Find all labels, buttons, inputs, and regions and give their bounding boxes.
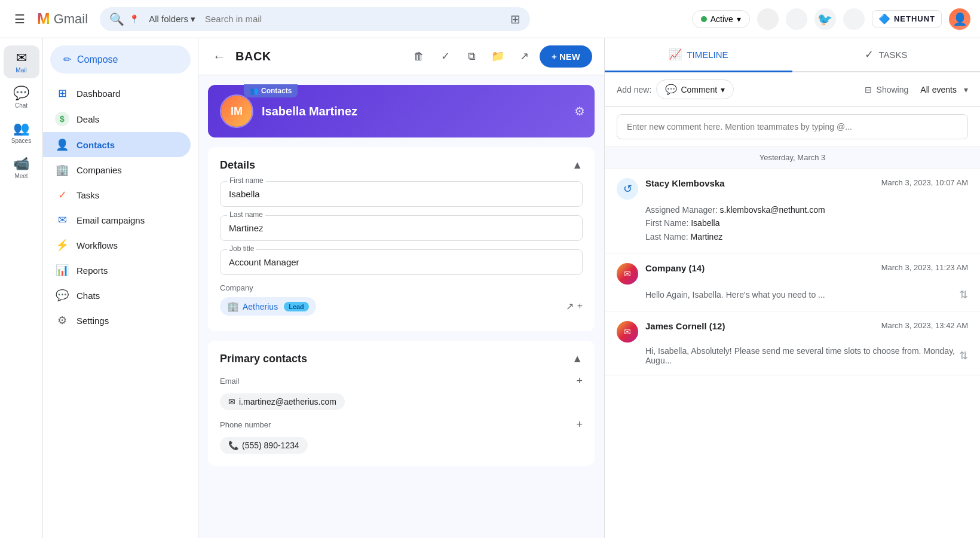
contacts-collapse-icon[interactable]: ▲	[572, 353, 583, 365]
copy-button[interactable]: ⧉	[461, 45, 482, 67]
event-3-avatar-icon: ✉	[624, 327, 631, 337]
sidebar-item-spaces[interactable]: 👥 Spaces	[4, 116, 39, 149]
sidebar-item-email-campaigns[interactable]: ✉ Email campaigns	[43, 207, 191, 233]
last-name-field: Last name	[220, 215, 583, 241]
sidebar-item-companies[interactable]: 🏢 Companies	[43, 157, 191, 182]
event-2-time: March 3, 2023, 11:23 AM	[881, 263, 968, 272]
deals-icon: $	[55, 112, 69, 126]
delete-button[interactable]: 🗑	[408, 45, 430, 67]
job-title-input[interactable]	[220, 249, 583, 275]
company-external-link-icon[interactable]: ↗	[566, 301, 574, 312]
folder-selector[interactable]: All folders ▾	[144, 14, 200, 25]
sidebar-item-settings[interactable]: ⚙ Settings	[43, 308, 191, 333]
status-dot-icon	[701, 16, 707, 22]
last-name-input[interactable]	[220, 215, 583, 241]
sidebar-item-contacts[interactable]: 👤 Contacts	[43, 132, 191, 157]
chat-icon: 💬	[13, 85, 29, 101]
details-section: Details ▲ First name Last name Job title	[208, 147, 595, 331]
filter-showing-label: Showing	[877, 85, 909, 94]
nethunt-bird-icon[interactable]: 🐦	[814, 8, 836, 30]
compose-icon: ✏	[63, 54, 71, 65]
company-name: Aetherius	[243, 302, 278, 311]
user-avatar[interactable]: 👤	[949, 8, 970, 30]
details-collapse-icon[interactable]: ▲	[572, 159, 583, 172]
left-sidebar: ✉ Mail 💬 Chat 👥 Spaces 📹 Meet	[0, 38, 43, 538]
event-1-detail-1: Assigned Manager: s.klembovska@nethunt.c…	[645, 203, 968, 216]
sidebar-item-dashboard[interactable]: ⊞ Dashboard	[43, 81, 191, 106]
event-2-name: Company (14)	[645, 263, 705, 273]
email-add-button[interactable]: +	[576, 375, 583, 387]
check-icon: ✓	[441, 50, 450, 63]
sidebar-item-tasks[interactable]: ✓ Tasks	[43, 182, 191, 207]
new-button[interactable]: + NEW	[540, 45, 592, 68]
sidebar-item-reports[interactable]: 📊 Reports	[43, 258, 191, 283]
status-label: Active	[710, 14, 733, 24]
contact-name: Isabella Martinez	[262, 105, 357, 118]
compose-button[interactable]: ✏ Compose	[50, 45, 191, 74]
search-input[interactable]	[205, 14, 501, 24]
top-header: ☰ M Gmail 🔍 📍 All folders ▾ ⊞ Active ▾ 🐦…	[0, 0, 980, 38]
tab-timeline[interactable]: 📈 TIMELINE	[605, 38, 792, 72]
folder-button[interactable]: 📁	[487, 45, 509, 67]
event-2-header: ✉ Company (14) March 3, 2023, 11:23 AM	[617, 263, 968, 285]
header-icon-circle-2[interactable]	[786, 8, 807, 30]
contact-settings-icon[interactable]: ⚙	[574, 104, 585, 118]
header-icon-circle-3[interactable]	[843, 8, 865, 30]
dashboard-label: Dashboard	[76, 88, 120, 99]
comment-input[interactable]	[617, 114, 968, 139]
sidebar-item-meet[interactable]: 📹 Meet	[4, 151, 39, 184]
nav-panel: ✏ Compose ⊞ Dashboard $ Deals 👤 Contacts…	[43, 38, 198, 538]
phone-value: (555) 890-1234	[242, 441, 299, 450]
timeline-tab-label: TIMELINE	[687, 50, 728, 60]
event-2-avatar-icon: ✉	[624, 269, 631, 279]
tune-icon[interactable]: ⊞	[510, 12, 520, 26]
search-bar[interactable]: 🔍 📍 All folders ▾ ⊞	[100, 7, 530, 31]
timeline-event-2[interactable]: ✉ Company (14) March 3, 2023, 11:23 AM H…	[605, 253, 980, 311]
timeline-panel: 📈 TIMELINE ✓ TASKS Add new: 💬 Comment ▾	[605, 38, 980, 538]
filter-row[interactable]: ⊟ Showing All events ▾	[865, 85, 968, 94]
folder-arrow-icon: 📍	[129, 14, 139, 24]
company-chip[interactable]: 🏢 Aetherius Lead	[220, 297, 316, 316]
expand-icon-3[interactable]: ⇅	[959, 349, 968, 362]
first-name-input[interactable]	[220, 181, 583, 207]
sidebar-item-chat[interactable]: 💬 Chat	[4, 81, 39, 114]
job-title-label: Job title	[227, 244, 256, 253]
contact-avatar: IM	[220, 94, 253, 128]
sidebar-chat-label: Chat	[15, 102, 27, 109]
event-3-left: ✉ James Cornell (12)	[617, 321, 725, 343]
sidebar-item-workflows[interactable]: ⚡ Workflows	[43, 233, 191, 258]
detail-header-actions: 🗑 ✓ ⧉ 📁 ↗ + NEW	[408, 45, 592, 68]
menu-hamburger-icon[interactable]: ☰	[10, 7, 30, 31]
lead-badge: Lead	[284, 302, 309, 311]
chats-icon: 💬	[55, 289, 69, 302]
nethunt-logo[interactable]: 🔷 NETHUNT	[872, 10, 942, 27]
comment-input-area	[605, 107, 980, 147]
header-icon-circle-1[interactable]	[757, 8, 779, 30]
comment-dropdown[interactable]: 💬 Comment ▾	[656, 80, 734, 99]
search-icon: 🔍	[109, 12, 124, 26]
contacts-label: Contacts	[76, 140, 115, 150]
sidebar-item-mail[interactable]: ✉ Mail	[4, 45, 39, 78]
event-1-header: ↺ Stacy Klembovska March 3, 2023, 10:07 …	[617, 178, 968, 200]
contact-card-area: 👥 Contacts IM Isabella Martinez ⚙ Detail…	[198, 75, 604, 538]
expand-icon-2[interactable]: ⇅	[959, 288, 968, 301]
company-add-icon[interactable]: +	[577, 301, 583, 312]
timeline-event-3[interactable]: ✉ James Cornell (12) March 3, 2023, 13:4…	[605, 311, 980, 375]
chats-label: Chats	[76, 291, 100, 301]
gmail-text-logo: Gmail	[54, 11, 88, 27]
sidebar-item-chats[interactable]: 💬 Chats	[43, 283, 191, 308]
share-button[interactable]: ↗	[513, 45, 535, 67]
tab-tasks[interactable]: ✓ TASKS	[792, 38, 980, 72]
status-badge[interactable]: Active ▾	[692, 10, 750, 28]
back-button[interactable]: ←	[210, 47, 228, 67]
phone-chip: 📞 (555) 890-1234	[220, 437, 308, 454]
phone-add-button[interactable]: +	[576, 418, 583, 431]
sidebar-item-deals[interactable]: $ Deals	[43, 106, 191, 132]
event-2-preview: Hello Again, Isabella. Here's what you n…	[645, 288, 968, 301]
timeline-event-1[interactable]: ↺ Stacy Klembovska March 3, 2023, 10:07 …	[605, 169, 980, 253]
filter-all-events-label: All events	[920, 85, 957, 94]
folder-icon: 📁	[491, 50, 504, 63]
event-3-preview-text: Hi, Isabella, Absolutely! Please send me…	[645, 346, 959, 365]
check-button[interactable]: ✓	[434, 45, 456, 67]
contact-type-badge: 👥 Contacts	[244, 84, 298, 97]
